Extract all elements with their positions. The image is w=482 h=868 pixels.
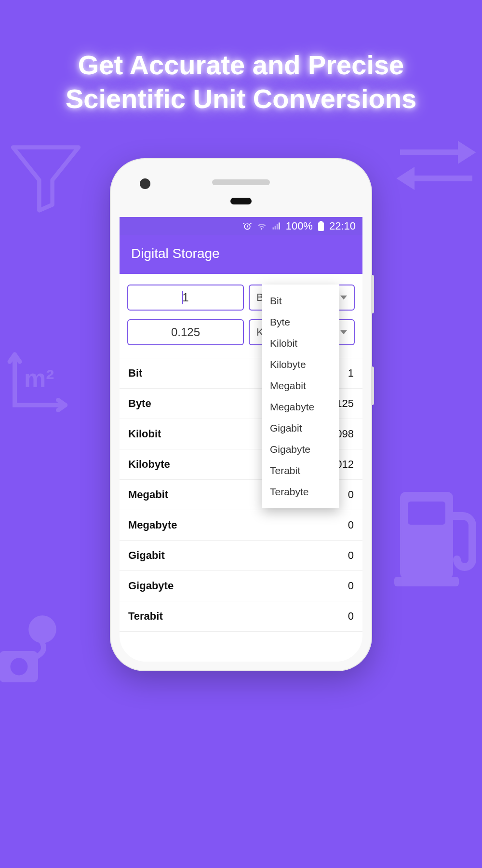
fuel-pump-icon xyxy=(390,482,482,588)
text-cursor xyxy=(182,291,183,304)
result-value: 0 xyxy=(348,488,354,501)
phone-camera-dot xyxy=(140,178,150,189)
from-value-text: 1 xyxy=(182,291,188,304)
to-value-text: 0.125 xyxy=(171,326,200,339)
dropdown-option[interactable]: Kilobyte xyxy=(262,354,339,375)
status-bar: 100% 22:10 xyxy=(120,217,362,235)
swap-arrows-icon xyxy=(390,135,482,193)
result-label: Gigabyte xyxy=(128,580,174,592)
phone-frame: 100% 22:10 Digital Storage 1 Bit xyxy=(111,159,371,670)
cell-signal-icon xyxy=(271,221,281,231)
phone-proximity xyxy=(230,198,252,204)
from-value-input[interactable]: 1 xyxy=(127,285,244,311)
svg-rect-10 xyxy=(320,221,322,222)
dropdown-option[interactable]: Kilobit xyxy=(262,333,339,354)
svg-text:m²: m² xyxy=(24,365,54,393)
result-label: Kilobyte xyxy=(128,458,170,471)
svg-rect-3 xyxy=(394,577,459,586)
result-label: Bit xyxy=(128,367,142,380)
headline-line2: Scientific Unit Conversions xyxy=(66,83,416,114)
result-row: Gigabyte0 xyxy=(120,571,362,601)
dropdown-option[interactable]: Megabyte xyxy=(262,396,339,418)
dropdown-option[interactable]: Megabit xyxy=(262,375,339,396)
to-value-output[interactable]: 0.125 xyxy=(127,319,244,345)
result-row: Terabit0 xyxy=(120,601,362,632)
result-value: 0 xyxy=(348,549,354,562)
dropdown-option[interactable]: Terabit xyxy=(262,460,339,481)
result-row: Megabyte0 xyxy=(120,510,362,541)
chevron-down-icon xyxy=(340,329,347,336)
battery-icon xyxy=(318,221,324,231)
unit-dropdown: Bit Byte Kilobit Kilobyte Megabit Megaby… xyxy=(262,285,339,508)
blood-pressure-icon xyxy=(0,608,77,694)
alarm-icon xyxy=(242,221,252,231)
dropdown-option[interactable]: Byte xyxy=(262,312,339,333)
svg-point-6 xyxy=(10,658,27,675)
result-value: 0 xyxy=(348,610,354,623)
dropdown-option[interactable]: Bit xyxy=(262,290,339,312)
result-label: Terabit xyxy=(128,610,163,623)
svg-point-8 xyxy=(261,229,262,230)
headline-line1: Get Accurate and Precise xyxy=(78,50,404,80)
result-value: 1 xyxy=(348,367,354,380)
result-value: 0 xyxy=(348,580,354,592)
dropdown-option[interactable]: Gigabyte xyxy=(262,439,339,460)
area-m2-icon: m² xyxy=(4,347,76,420)
result-label: Megabyte xyxy=(128,519,177,531)
result-label: Kilobit xyxy=(128,428,161,440)
clock-time: 22:10 xyxy=(329,220,356,232)
result-value: 0 xyxy=(348,519,354,531)
phone-speaker xyxy=(212,179,270,185)
phone-screen: 100% 22:10 Digital Storage 1 Bit xyxy=(120,217,362,662)
chevron-down-icon xyxy=(340,294,347,301)
battery-percent: 100% xyxy=(286,220,313,232)
svg-rect-2 xyxy=(408,502,445,525)
wifi-icon xyxy=(257,221,267,231)
result-label: Byte xyxy=(128,397,151,410)
page-title: Digital Storage xyxy=(131,246,220,261)
result-row: Gigabit0 xyxy=(120,541,362,571)
promo-headline: Get Accurate and Precise Scientific Unit… xyxy=(0,0,482,145)
funnel-icon xyxy=(5,135,87,217)
result-label: Gigabit xyxy=(128,549,165,562)
dropdown-option[interactable]: Gigabit xyxy=(262,418,339,439)
app-bar: Digital Storage xyxy=(120,235,362,274)
svg-rect-9 xyxy=(318,222,324,231)
result-label: Megabit xyxy=(128,488,168,501)
dropdown-option[interactable]: Terabyte xyxy=(262,481,339,502)
conversion-inputs: 1 Bit Bit Byte Kilobit Kilobyte Megabit xyxy=(120,274,362,358)
